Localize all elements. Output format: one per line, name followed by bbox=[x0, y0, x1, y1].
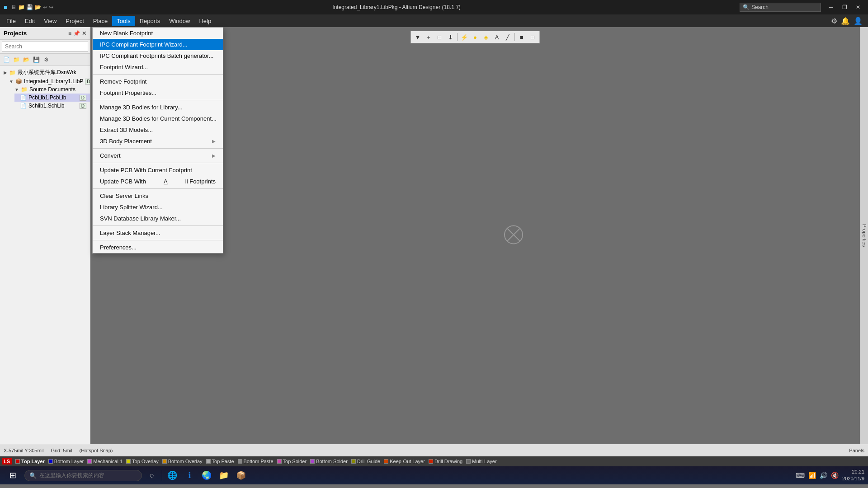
layer-bottom-paste[interactable]: Bottom Paste bbox=[238, 459, 274, 464]
ls-indicator[interactable]: LS bbox=[2, 458, 12, 465]
dd-footprint-properties[interactable]: Footprint Properties... bbox=[93, 87, 223, 99]
dd-remove-footprint[interactable]: Remove Footprint bbox=[93, 76, 223, 87]
tree-item-library[interactable]: ▼ 📦 Integrated_Library1.LibP D bbox=[5, 77, 90, 85]
taskbar-browser2[interactable]: 🌏 bbox=[199, 468, 214, 483]
title-bar: ■ 🖥 📁 💾 📂 ↩ ↪ Integrated_Library1.LibPkg… bbox=[0, 0, 868, 14]
dd-preferences[interactable]: Preferences... bbox=[93, 242, 223, 253]
title-bar-right: 🔍 Search ─ ❐ ✕ bbox=[740, 3, 864, 12]
settings-icon[interactable]: ⚙ bbox=[42, 55, 51, 64]
layer-bottom-solder[interactable]: Bottom Solder bbox=[310, 459, 348, 464]
select-icon[interactable]: □ bbox=[434, 32, 444, 42]
dd-svn-database[interactable]: SVN Database Library Maker... bbox=[93, 213, 223, 224]
layer-mechanical[interactable]: Mechanical 1 bbox=[87, 459, 123, 464]
save-icon[interactable]: 💾 bbox=[32, 55, 41, 64]
dd-sep2 bbox=[93, 100, 223, 100]
panel-close-icon[interactable]: ✕ bbox=[82, 30, 86, 37]
bottom-solder-label: Bottom Solder bbox=[316, 459, 348, 464]
schlib-label: Schlib1.SchLib bbox=[28, 103, 78, 109]
search-input[interactable] bbox=[2, 42, 88, 52]
start-button[interactable]: ⊞ bbox=[4, 466, 22, 484]
layer-bottom[interactable]: Bottom Layer bbox=[48, 459, 84, 464]
taskbar-edge[interactable]: 🌐 bbox=[165, 468, 179, 483]
layer-top-paste[interactable]: Top Paste bbox=[206, 459, 234, 464]
dd-ipc-wizard[interactable]: IPC Compliant Footprint Wizard... bbox=[93, 39, 223, 50]
person-icon[interactable]: 👤 bbox=[854, 17, 863, 25]
toolbar-sep1 bbox=[457, 33, 458, 41]
layer-multi[interactable]: Multi-Layer bbox=[466, 459, 496, 464]
menu-reports[interactable]: Reports bbox=[135, 16, 165, 26]
dd-3d-placement[interactable]: 3D Body Placement ▶ bbox=[93, 136, 223, 147]
dd-update-pcb-all[interactable]: Update PCB With All Footprints bbox=[93, 176, 223, 187]
dd-update-pcb-current[interactable]: Update PCB With Current Footprint bbox=[93, 164, 223, 176]
bell-icon[interactable]: 🔔 bbox=[841, 17, 850, 25]
layer-bar: LS Top Layer Bottom Layer Mechanical 1 T… bbox=[0, 456, 868, 466]
taskbar-search[interactable]: 🔍 bbox=[24, 470, 142, 481]
menu-tools[interactable]: Tools bbox=[112, 16, 135, 26]
rect-icon[interactable]: □ bbox=[528, 32, 538, 42]
menu-window[interactable]: Window bbox=[165, 16, 194, 26]
multi-layer-label: Multi-Layer bbox=[472, 459, 496, 464]
dd-manage-3d-library[interactable]: Manage 3D Bodies for Library... bbox=[93, 102, 223, 113]
panel-pin-icon[interactable]: 📌 bbox=[73, 30, 80, 37]
menu-project[interactable]: Project bbox=[61, 16, 88, 26]
properties-panel-tab[interactable]: Properties bbox=[860, 27, 868, 444]
taskbar-app1[interactable]: 📦 bbox=[234, 468, 248, 483]
filter-icon[interactable]: ▼ bbox=[413, 32, 423, 42]
mute-icon: 🔇 bbox=[831, 472, 839, 479]
keepout-color bbox=[384, 459, 388, 464]
expand-icon-src: ▼ bbox=[14, 87, 19, 92]
download-icon[interactable]: ⬇ bbox=[445, 32, 455, 42]
layer-top-solder[interactable]: Top Solder bbox=[277, 459, 307, 464]
dd-extract-3d[interactable]: Extract 3D Models... bbox=[93, 124, 223, 136]
tree-item-source-docs[interactable]: ▼ 📁 Source Documents bbox=[11, 85, 90, 94]
menu-edit[interactable]: Edit bbox=[20, 16, 39, 26]
menu-view[interactable]: View bbox=[39, 16, 61, 26]
source-docs-label: Source Documents bbox=[29, 86, 86, 93]
taskbar-ie[interactable]: ℹ bbox=[182, 468, 197, 483]
via-icon[interactable]: ◈ bbox=[481, 32, 491, 42]
tree-item-schlib[interactable]: 📄 Schlib1.SchLib D bbox=[14, 102, 90, 110]
dd-footprint-wizard[interactable]: Footprint Wizard... bbox=[93, 61, 223, 73]
panel-menu-icon[interactable]: ≡ bbox=[68, 30, 71, 37]
layer-drill-guide[interactable]: Drill Guide bbox=[351, 459, 380, 464]
layer-drill-drawing[interactable]: Drill Drawing bbox=[429, 459, 462, 464]
taskbar-cortana[interactable]: ○ bbox=[145, 468, 159, 483]
gear-icon[interactable]: ⚙ bbox=[831, 17, 837, 25]
open-icon[interactable]: 📂 bbox=[22, 55, 31, 64]
add-icon[interactable]: + bbox=[424, 32, 434, 42]
bottom-solder-color bbox=[310, 459, 315, 464]
menu-place[interactable]: Place bbox=[89, 16, 113, 26]
canvas-symbol bbox=[502, 224, 525, 248]
minimize-button[interactable]: ─ bbox=[825, 3, 837, 12]
tree-item-workspace[interactable]: ▶ 📁 最小系统元件库.DsnWrk bbox=[0, 68, 90, 77]
taskbar-search-input[interactable] bbox=[39, 472, 121, 479]
dd-convert[interactable]: Convert ▶ bbox=[93, 150, 223, 161]
pin-icon[interactable]: ● bbox=[470, 32, 480, 42]
dd-layer-stack[interactable]: Layer Stack Manager... bbox=[93, 227, 223, 239]
panels-button[interactable]: Panels bbox=[849, 448, 864, 453]
dd-new-blank-footprint[interactable]: New Blank Footprint bbox=[93, 28, 223, 39]
top-layer-label: Top Layer bbox=[21, 459, 45, 464]
menu-file[interactable]: File bbox=[2, 16, 20, 26]
title-bar-left: ■ 🖥 📁 💾 📂 ↩ ↪ bbox=[4, 4, 53, 11]
wire-icon[interactable]: ⚡ bbox=[459, 32, 469, 42]
new-file-icon[interactable]: 📄 bbox=[2, 55, 11, 64]
taskbar-explorer[interactable]: 📁 bbox=[217, 468, 231, 483]
dd-clear-server-links[interactable]: Clear Server Links bbox=[93, 190, 223, 202]
dd-library-splitter[interactable]: Library Splitter Wizard... bbox=[93, 202, 223, 213]
layer-bottom-overlay[interactable]: Bottom Overlay bbox=[162, 459, 203, 464]
layer-top-overlay[interactable]: Top Overlay bbox=[126, 459, 159, 464]
dd-manage-3d-current[interactable]: Manage 3D Bodies for Current Component..… bbox=[93, 113, 223, 124]
text-icon[interactable]: A bbox=[492, 32, 502, 42]
menu-help[interactable]: Help bbox=[194, 16, 216, 26]
dd-ipc-batch[interactable]: IPC Compliant Footprints Batch generator… bbox=[93, 50, 223, 61]
new-folder-icon[interactable]: 📁 bbox=[12, 55, 21, 64]
layer-top[interactable]: Top Layer bbox=[15, 459, 45, 464]
title-search[interactable]: 🔍 Search bbox=[740, 3, 821, 12]
layer-keepout[interactable]: Keep-Out Layer bbox=[384, 459, 425, 464]
line-icon[interactable]: ╱ bbox=[503, 32, 513, 42]
restore-button[interactable]: ❐ bbox=[838, 3, 851, 12]
tree-item-pcblib[interactable]: 📄 PcbLib1.PcbLib D bbox=[14, 94, 90, 102]
close-button[interactable]: ✕ bbox=[852, 3, 864, 12]
fill-icon[interactable]: ■ bbox=[517, 32, 527, 42]
